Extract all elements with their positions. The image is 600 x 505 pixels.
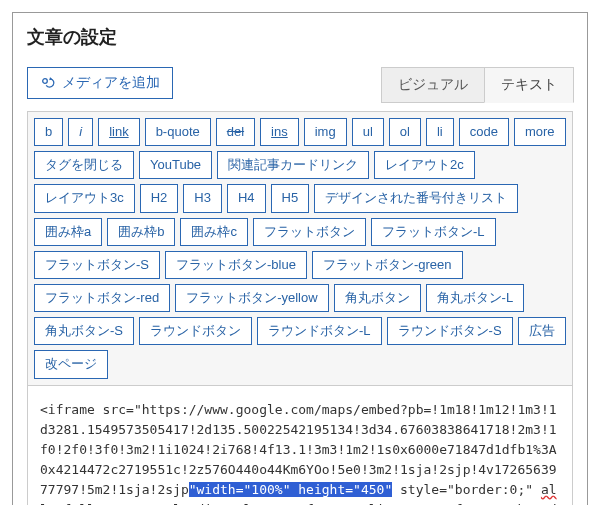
qt-rbtn-l[interactable]: ラウンドボタン-L (257, 317, 382, 345)
qt-youtube[interactable]: YouTube (139, 151, 212, 179)
qt-design-list[interactable]: デザインされた番号付きリスト (314, 184, 518, 212)
qt-more[interactable]: more (514, 118, 566, 146)
qt-i[interactable]: i (68, 118, 93, 146)
qt-ul[interactable]: ul (352, 118, 384, 146)
qt-flat-btn-s[interactable]: フラットボタン-S (34, 251, 160, 279)
qt-related-card[interactable]: 関連記事カードリンク (217, 151, 369, 179)
qt-del[interactable]: del (216, 118, 255, 146)
qt-li[interactable]: li (426, 118, 454, 146)
qt-h3[interactable]: H3 (183, 184, 222, 212)
editor-panel: 文章の設定 メディアを追加 ビジュアル テキスト b i link b-quot… (12, 12, 588, 505)
qt-layout-3c[interactable]: レイアウト3c (34, 184, 135, 212)
qt-pagebreak[interactable]: 改ページ (34, 350, 108, 378)
qt-round-btn[interactable]: 角丸ボタン (334, 284, 421, 312)
media-icon (40, 75, 56, 91)
qt-box-a[interactable]: 囲み枠a (34, 218, 102, 246)
qt-round-btn-l[interactable]: 角丸ボタン-L (426, 284, 525, 312)
qt-flat-btn-red[interactable]: フラットボタン-red (34, 284, 170, 312)
qt-ol[interactable]: ol (389, 118, 421, 146)
editor-tabs: ビジュアル テキスト (381, 67, 574, 103)
qt-rbtn-s[interactable]: ラウンドボタン-S (387, 317, 513, 345)
qt-b[interactable]: b (34, 118, 63, 146)
qt-flat-btn-l[interactable]: フラットボタン-L (371, 218, 496, 246)
qt-round-btn-s[interactable]: 角丸ボタン-S (34, 317, 134, 345)
qt-h4[interactable]: H4 (227, 184, 266, 212)
qt-flat-btn-green[interactable]: フラットボタン-green (312, 251, 463, 279)
qt-box-b[interactable]: 囲み枠b (107, 218, 175, 246)
editor-text-selection: "width="100%" height="450" (189, 482, 393, 497)
qt-rbtn[interactable]: ラウンドボタン (139, 317, 252, 345)
qt-bquote[interactable]: b-quote (145, 118, 211, 146)
qt-layout-2c[interactable]: レイアウト2c (374, 151, 475, 179)
qt-code[interactable]: code (459, 118, 509, 146)
qt-ins[interactable]: ins (260, 118, 299, 146)
qt-link[interactable]: link (98, 118, 140, 146)
qt-h5[interactable]: H5 (271, 184, 310, 212)
qt-ad[interactable]: 広告 (518, 317, 566, 345)
qt-flat-btn-blue[interactable]: フラットボタン-blue (165, 251, 307, 279)
add-media-label: メディアを追加 (62, 74, 160, 92)
qt-flat-btn-yellow[interactable]: フラットボタン-yellow (175, 284, 328, 312)
panel-title: 文章の設定 (27, 25, 573, 49)
tab-text[interactable]: テキスト (484, 67, 574, 103)
editor-text-mid1: style="border:0;" (392, 482, 541, 497)
qt-h2[interactable]: H2 (140, 184, 179, 212)
text-editor-area[interactable]: <iframe src="https://www.google.com/maps… (27, 386, 573, 506)
qt-close-tags[interactable]: タグを閉じる (34, 151, 134, 179)
qt-flat-btn[interactable]: フラットボタン (253, 218, 366, 246)
toolbar-top: メディアを追加 ビジュアル テキスト (27, 67, 573, 103)
quicktag-toolbar: b i link b-quote del ins img ul ol li co… (27, 111, 573, 386)
add-media-button[interactable]: メディアを追加 (27, 67, 173, 99)
tab-visual[interactable]: ビジュアル (381, 67, 485, 103)
qt-img[interactable]: img (304, 118, 347, 146)
qt-box-c[interactable]: 囲み枠c (180, 218, 248, 246)
svg-point-0 (43, 79, 48, 84)
